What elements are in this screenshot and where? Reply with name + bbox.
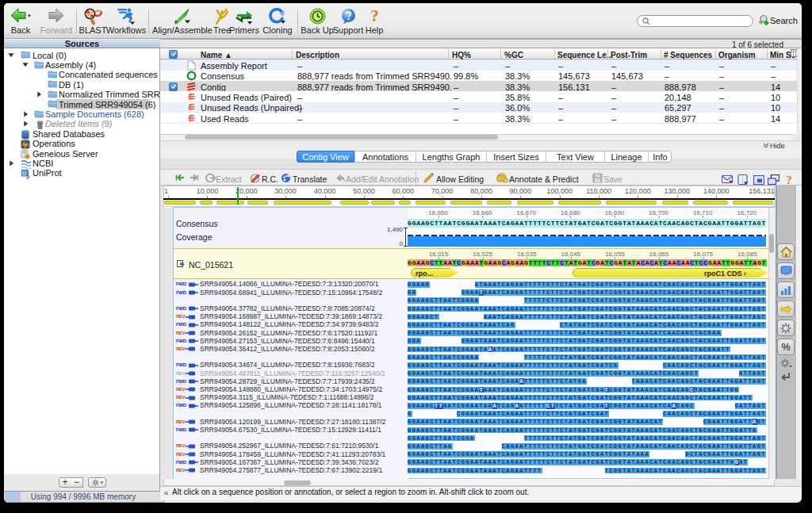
svg-text:?: ? xyxy=(370,8,379,25)
svg-text:%: % xyxy=(781,342,791,352)
svg-text:?: ? xyxy=(786,174,792,186)
